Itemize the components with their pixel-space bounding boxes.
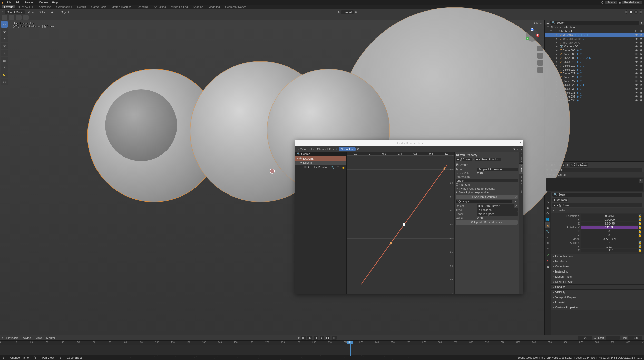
dopesheet-area[interactable]: 0102030405060708090100110120130140150160…	[0, 340, 644, 355]
pan-icon[interactable]	[537, 53, 543, 59]
outliner-item-circle-006[interactable]: ▸▽ Circle.006 ◆ ▽👁◉	[545, 52, 644, 56]
restrict-icon[interactable]: ◉	[639, 91, 643, 94]
var-delete-icon[interactable]: ✕	[513, 200, 518, 203]
outliner-collection[interactable]: ▾☐ Collection 1☑👁	[545, 29, 644, 33]
outliner-item-circle-005[interactable]: ▸▽ Circle.005 ◆ ▽👁◉	[545, 48, 644, 52]
restrict-icon[interactable]: ◉	[639, 68, 643, 71]
timeline-cursor[interactable]: 223	[350, 341, 351, 356]
driven-path-chip[interactable]: ■ X Euler Rotation	[475, 158, 501, 161]
eye-icon[interactable]: 👁	[635, 60, 638, 63]
select-mode3-icon[interactable]	[16, 15, 22, 20]
channel-lock-icon[interactable]: 🔒	[342, 166, 345, 169]
restrict-icon[interactable]: ◉	[639, 45, 643, 48]
snap-icon[interactable]: ⊙	[355, 10, 357, 14]
vertex-groups-header[interactable]: Vertex Groups	[545, 172, 644, 177]
camera-icon[interactable]	[537, 60, 543, 66]
scene-selector[interactable]: Scene	[605, 1, 617, 4]
vp-menu-add[interactable]: Add	[50, 11, 58, 14]
outliner-item--crank-driver[interactable]: ▸▽ @Crank Driver 👁◉	[545, 41, 644, 44]
drv-menu-select[interactable]: Select	[308, 148, 316, 151]
outliner-editor-icon[interactable]: ☰	[546, 21, 549, 24]
normalize-button[interactable]: Normalize	[339, 147, 356, 151]
eye-icon[interactable]: 👁	[635, 80, 638, 83]
restrict-icon[interactable]: ◉	[639, 33, 643, 36]
workspace-tab-3d-view-full[interactable]: 3D View Full	[15, 5, 36, 8]
restrict-icon[interactable]: ◉	[639, 99, 643, 102]
workspace-tab-compositing[interactable]: Compositing	[54, 5, 75, 8]
sca-z-input[interactable]: 1.214	[581, 249, 638, 252]
rot-y-lock-icon[interactable]: 🔓	[638, 230, 642, 233]
menu-render[interactable]: Render	[22, 1, 36, 4]
channel-wrench-icon[interactable]: 🔧	[331, 166, 334, 169]
drv-menu-view[interactable]: View	[300, 148, 306, 151]
crumb-object2[interactable]: ■ @Crank	[552, 198, 568, 202]
collections-header[interactable]: Collections	[551, 264, 644, 269]
restrict-icon[interactable]: ◉	[639, 95, 643, 98]
drivers-editor-icon[interactable]: ⬚	[297, 148, 299, 151]
tool-transform[interactable]: ◫	[1, 57, 8, 64]
rot-z-input[interactable]: 0°	[581, 233, 638, 237]
workspace-tab-geometry-nodes[interactable]: Geometry Nodes	[222, 5, 249, 8]
outliner-search[interactable]: 🔍 Search	[550, 21, 639, 25]
minimize-icon[interactable]: —	[508, 141, 512, 145]
restrict-icon[interactable]: ◉	[639, 60, 643, 63]
outliner-item--crank-cuder[interactable]: ▸▽ @Crank Cuder ▽👁◉	[545, 37, 644, 41]
tool-measure[interactable]: 📐	[1, 71, 8, 78]
ptab-constraints[interactable]: ⛓	[545, 246, 550, 252]
current-frame-input[interactable]: 223	[578, 336, 592, 340]
loc-z-lock-icon[interactable]: 🔓	[638, 222, 642, 225]
workspace-tab-modeling[interactable]: Modeling	[206, 5, 222, 8]
restrict-icon[interactable]: ◉	[639, 41, 643, 44]
maximize-icon[interactable]: ▢	[513, 141, 517, 145]
menu-file[interactable]: File	[5, 1, 14, 4]
use-self-checkbox[interactable]: ☐	[456, 183, 458, 186]
vertex-group-add-button[interactable]: +	[639, 179, 643, 183]
shading-wire-icon[interactable]	[625, 10, 628, 14]
outliner-item-circle-015[interactable]: ▸▽ Circle.015 ◆ ▽👁◉	[545, 60, 644, 64]
eye-icon[interactable]: 👁	[635, 49, 638, 52]
tool-move[interactable]: ⬌	[1, 35, 8, 42]
autokey-icon[interactable]: ●	[298, 336, 300, 339]
rot-x-input[interactable]: 142.29°	[581, 226, 638, 229]
eye-icon[interactable]: 👁	[635, 45, 638, 48]
drv-menu-key[interactable]: Key	[329, 148, 334, 151]
ptab-output[interactable]: 🖨	[545, 199, 550, 205]
add-input-variable-button[interactable]: + Add Input Variable ⎘ ⎗	[456, 195, 518, 199]
drv-snap-icon[interactable]: ⊙	[517, 148, 519, 151]
workspace-tab-animation[interactable]: Animation	[36, 5, 54, 8]
tool-select-box[interactable]: ▭	[1, 21, 8, 28]
variable-name-input[interactable]: (x)▾ angle	[456, 200, 512, 203]
var-space-select[interactable]: World Space	[477, 212, 518, 216]
line-art-header[interactable]: Line Art	[551, 300, 644, 305]
transform-header[interactable]: Transform	[551, 208, 644, 213]
drv-channel-group[interactable]: ▾ Drivers	[295, 161, 346, 165]
restrict-icon[interactable]: ◉	[639, 48, 643, 52]
shading-render-icon[interactable]	[639, 10, 642, 14]
vp-menu-view[interactable]: View	[26, 11, 36, 14]
drivers-search[interactable]: 🔍 Search	[295, 152, 346, 156]
mesh-name-input[interactable]: Circle.011	[550, 168, 642, 172]
drv-filter-icon[interactable]: ▼	[513, 148, 515, 151]
outliner-filter-icon[interactable]: ▼	[641, 21, 642, 24]
ptab-modifiers[interactable]: 🔧	[545, 228, 550, 234]
delta-transform-header[interactable]: Delta Transform	[551, 254, 644, 259]
workspace-tab-+[interactable]: +	[249, 5, 256, 8]
tool-rotate[interactable]: ⟳	[1, 43, 8, 49]
ptab-scene[interactable]: ⬡	[545, 211, 550, 216]
sca-y-lock-icon[interactable]: 🔓	[638, 245, 642, 248]
select-mode-icon[interactable]	[2, 15, 7, 20]
rot-mode-select[interactable]: XYZ Euler	[581, 237, 638, 241]
frame-ruler[interactable]: 0102030405060708090100110120130140150160…	[0, 341, 644, 345]
drv-channel-object[interactable]: ▾ 👁 @Crank	[295, 156, 346, 161]
driver-type-select[interactable]: Scripted Expression	[477, 168, 518, 171]
outliner-item-circle-020[interactable]: ▸▽ Circle.020 ◆ ▽👁◉	[545, 67, 644, 71]
tool-scale[interactable]: ⤢	[1, 50, 8, 56]
close-icon[interactable]: ✕	[518, 141, 522, 145]
workspace-tab-scripting[interactable]: Scripting	[134, 5, 150, 8]
drv-channel-x-euler[interactable]: 👁 X Euler Rotation🔧☐🔒	[295, 165, 346, 169]
restrict-icon[interactable]: ◉	[639, 37, 643, 40]
properties-search[interactable]: 🔍 Search	[552, 193, 642, 197]
outliner-item-circle-019[interactable]: ▸▽ Circle.019 ◆ ▽ ▽👁◉	[545, 64, 644, 67]
restrict-icon[interactable]: ◉	[639, 64, 643, 67]
vtab-fcurve[interactable]: F-Curve	[519, 152, 523, 164]
